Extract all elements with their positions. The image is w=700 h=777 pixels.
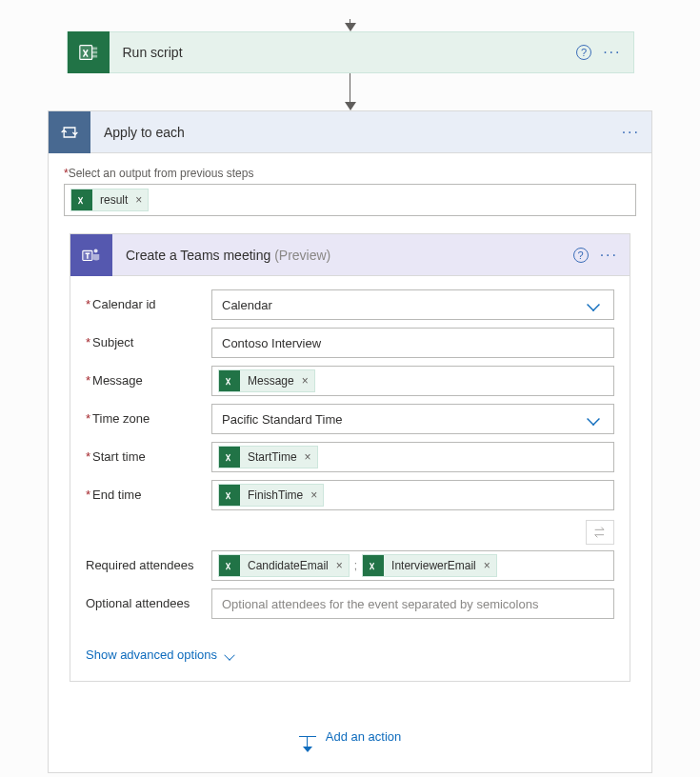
svg-rect-3 bbox=[91, 55, 97, 58]
chevron-down-icon bbox=[587, 298, 600, 311]
select-output-label: *Select an output from previous steps bbox=[64, 167, 636, 180]
message-label: *Message bbox=[86, 366, 211, 388]
remove-token-button[interactable]: × bbox=[133, 193, 148, 207]
swap-mode-button[interactable] bbox=[586, 520, 614, 545]
required-attendees-input[interactable]: CandidateEmail × ; InterviewerEmail × bbox=[211, 550, 614, 581]
chevron-down-icon bbox=[587, 412, 600, 426]
token-label: result bbox=[92, 193, 133, 207]
remove-token-button[interactable]: × bbox=[303, 450, 317, 464]
loop-more-menu-button[interactable]: ··· bbox=[622, 128, 640, 137]
token-starttime[interactable]: StartTime × bbox=[218, 446, 318, 468]
separator: ; bbox=[352, 559, 359, 572]
svg-rect-2 bbox=[91, 51, 97, 54]
timezone-label: *Time zone bbox=[86, 404, 211, 426]
add-action-icon bbox=[299, 736, 316, 737]
required-attendees-label: Required attendees bbox=[86, 550, 211, 572]
token-label: FinishTime bbox=[240, 488, 309, 502]
apply-to-each-header[interactable]: Apply to each ··· bbox=[49, 111, 651, 153]
excel-icon bbox=[71, 189, 92, 210]
start-time-label: *Start time bbox=[86, 442, 211, 464]
end-time-input[interactable]: FinishTime × bbox=[211, 480, 614, 510]
svg-point-5 bbox=[94, 249, 98, 252]
help-icon[interactable]: ? bbox=[573, 248, 589, 263]
remove-token-button[interactable]: × bbox=[482, 559, 496, 572]
remove-token-button[interactable]: × bbox=[334, 559, 349, 572]
token-result[interactable]: result × bbox=[70, 189, 149, 211]
preview-tag: (Preview) bbox=[274, 248, 330, 263]
remove-token-button[interactable]: × bbox=[300, 374, 314, 388]
token-label: StartTime bbox=[240, 450, 303, 464]
message-input[interactable]: Message × bbox=[211, 366, 614, 396]
token-label: Message bbox=[240, 374, 300, 388]
loop-icon bbox=[49, 111, 90, 153]
timezone-value: Pacific Standard Time bbox=[222, 412, 342, 427]
token-interviewer-email[interactable]: InterviewerEmail × bbox=[362, 554, 497, 577]
teams-action-title: Create a Teams meeting (Preview) bbox=[112, 248, 573, 263]
excel-icon bbox=[68, 31, 110, 73]
add-action-button[interactable]: Add an action bbox=[64, 729, 636, 744]
token-label: InterviewerEmail bbox=[384, 559, 482, 572]
calendar-id-select[interactable]: Calendar bbox=[211, 289, 614, 320]
run-script-title: Run script bbox=[110, 45, 577, 60]
apply-to-each-title: Apply to each bbox=[90, 125, 622, 140]
optional-attendees-input[interactable]: Optional attendees for the event separat… bbox=[211, 588, 614, 619]
subject-value: Contoso Interview bbox=[222, 336, 321, 350]
subject-input[interactable]: Contoso Interview bbox=[211, 328, 614, 358]
teams-action-header[interactable]: Create a Teams meeting (Preview) ? ··· bbox=[70, 234, 630, 276]
token-finishtime[interactable]: FinishTime × bbox=[218, 484, 324, 507]
show-advanced-options-link[interactable]: Show advanced options bbox=[86, 648, 234, 662]
teams-more-menu-button[interactable]: ··· bbox=[600, 250, 618, 260]
excel-icon bbox=[219, 447, 240, 468]
token-label: CandidateEmail bbox=[240, 559, 334, 572]
connector-top bbox=[29, 19, 671, 31]
connector-mid bbox=[29, 73, 671, 110]
subject-label: *Subject bbox=[86, 328, 211, 349]
help-icon[interactable]: ? bbox=[576, 45, 591, 60]
remove-token-button[interactable]: × bbox=[309, 488, 323, 502]
apply-to-each-card: Apply to each ··· *Select an output from… bbox=[48, 110, 652, 773]
teams-icon bbox=[70, 234, 112, 276]
optional-attendees-placeholder: Optional attendees for the event separat… bbox=[222, 597, 538, 611]
select-output-input[interactable]: result × bbox=[64, 184, 636, 216]
more-menu-button[interactable]: ··· bbox=[603, 48, 621, 57]
calendar-id-label: *Calendar id bbox=[86, 289, 211, 311]
token-message[interactable]: Message × bbox=[218, 369, 315, 392]
chevron-down-icon bbox=[224, 649, 234, 660]
svg-rect-1 bbox=[91, 48, 97, 50]
excel-icon bbox=[219, 555, 240, 576]
teams-action-card: Create a Teams meeting (Preview) ? ··· *… bbox=[70, 233, 630, 682]
token-candidate-email[interactable]: CandidateEmail × bbox=[218, 554, 350, 577]
end-time-label: *End time bbox=[86, 480, 211, 502]
excel-icon bbox=[219, 485, 240, 506]
optional-attendees-label: Optional attendees bbox=[86, 588, 211, 610]
start-time-input[interactable]: StartTime × bbox=[211, 442, 614, 472]
excel-icon bbox=[363, 555, 384, 576]
excel-icon bbox=[219, 370, 240, 391]
calendar-id-value: Calendar bbox=[222, 298, 272, 312]
timezone-select[interactable]: Pacific Standard Time bbox=[211, 404, 614, 434]
step-run-script[interactable]: Run script ? ··· bbox=[67, 31, 634, 73]
